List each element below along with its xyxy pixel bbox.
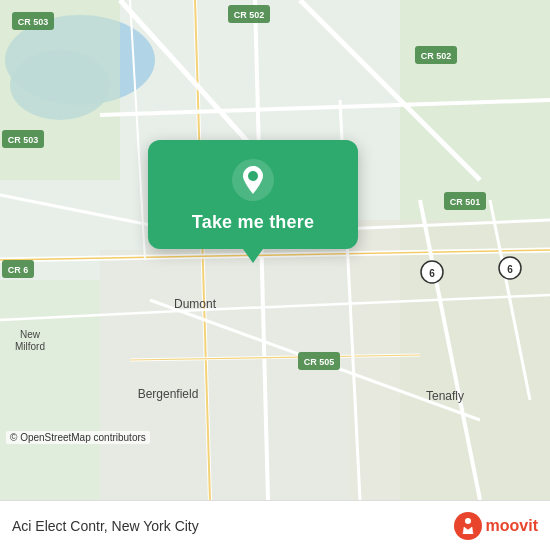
svg-point-53 [454,512,482,540]
svg-text:New: New [20,329,41,340]
location-label: Aci Elect Contr, New York City [12,518,199,534]
moovit-logo: moovit [454,512,538,540]
popup-card: Take me there [148,140,358,249]
svg-text:Bergenfield: Bergenfield [138,387,199,401]
moovit-logo-icon [454,512,482,540]
svg-text:Tenafly: Tenafly [426,389,464,403]
svg-point-54 [465,518,471,524]
location-pin-icon [231,158,275,202]
svg-text:Dumont: Dumont [174,297,217,311]
svg-text:6: 6 [507,264,513,275]
take-me-there-button[interactable]: Take me there [192,212,314,233]
svg-rect-7 [100,250,350,500]
map-container: CR 503 CR 502 CR 502 CR 503 CR 501 CR 6 … [0,0,550,500]
svg-text:CR 6: CR 6 [8,265,29,275]
svg-rect-6 [0,280,100,500]
svg-text:CR 503: CR 503 [8,135,39,145]
svg-text:CR 505: CR 505 [304,357,335,367]
svg-point-52 [248,171,258,181]
svg-text:CR 502: CR 502 [421,51,452,61]
osm-credit: © OpenStreetMap contributors [6,431,150,444]
moovit-text: moovit [486,517,538,535]
bottom-bar: Aci Elect Contr, New York City moovit [0,500,550,550]
svg-text:CR 501: CR 501 [450,197,481,207]
svg-text:6: 6 [429,268,435,279]
svg-text:Milford: Milford [15,341,45,352]
svg-text:CR 503: CR 503 [18,17,49,27]
svg-text:CR 502: CR 502 [234,10,265,20]
